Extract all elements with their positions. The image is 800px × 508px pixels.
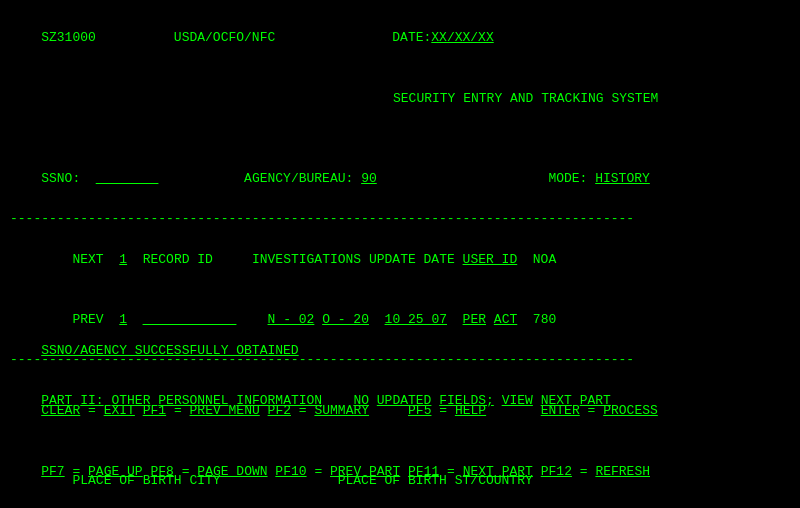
ssno-label: SSNO: (41, 171, 80, 186)
footer-prev-part[interactable]: PREV PART (330, 464, 400, 479)
f1-sp12 (486, 403, 541, 418)
footer-process[interactable]: PROCESS (603, 403, 658, 418)
mode-label: MODE: (548, 171, 587, 186)
f1-sp5 (182, 403, 190, 418)
agency-sp (353, 171, 361, 186)
agency-value[interactable]: 90 (361, 171, 377, 186)
f1-sp3 (135, 403, 143, 418)
noa-label: NOA (533, 252, 556, 267)
footer-pf11[interactable]: PF11 (408, 464, 439, 479)
ssno-value[interactable]: ________ (96, 171, 158, 186)
nav-row1: NEXT 1 RECORD ID INVESTIGATIONS UPDATE D… (10, 230, 790, 290)
title-row: SECURITY ENTRY AND TRACKING SYSTEM (10, 68, 790, 128)
f2-sp8 (322, 464, 330, 479)
f2-sp13 (572, 464, 580, 479)
upd-sp (361, 252, 369, 267)
footer-refresh[interactable]: REFRESH (595, 464, 650, 479)
status-row: SSNO/AGENCY SUCCESSFULLY OBTAINED (10, 321, 790, 381)
header-title1: USDA/OCFO/NFC (174, 30, 275, 45)
f1-sp14 (595, 403, 603, 418)
bottom-section: SSNO/AGENCY SUCCESSFULLY OBTAINED CLEAR … (10, 321, 790, 502)
f1-sp2 (96, 403, 104, 418)
footer-next-part[interactable]: NEXT PART (463, 464, 533, 479)
mode-spacer (377, 171, 549, 186)
next-label (41, 252, 72, 267)
uid-sp (455, 252, 463, 267)
f1-eq4: = (439, 403, 447, 418)
next-sep (104, 252, 120, 267)
noa-sp (517, 252, 533, 267)
footer-prev-menu[interactable]: PREV MENU (190, 403, 260, 418)
footer-pf5[interactable]: PF5 (408, 403, 431, 418)
f2-sp2 (80, 464, 88, 479)
footer-pf1[interactable]: PF1 (143, 403, 166, 418)
ssno-row: SSNO: ________ AGENCY/BUREAU: 90 MODE: H… (10, 149, 790, 209)
footer-pf10[interactable]: PF10 (275, 464, 306, 479)
header-date-spacer (275, 30, 392, 45)
footer-clear[interactable]: CLEAR (41, 403, 80, 418)
ssno-spacer (80, 171, 96, 186)
f1-sp7 (291, 403, 299, 418)
rec-sp (127, 252, 143, 267)
blank1 (10, 129, 790, 149)
footer-exit[interactable]: EXIT (104, 403, 135, 418)
f1-sp11 (447, 403, 455, 418)
next-label-text: NEXT (72, 252, 103, 267)
record-id-label: RECORD ID (143, 252, 213, 267)
title2: SECURITY ENTRY AND TRACKING SYSTEM (393, 91, 658, 106)
f1-sp1 (80, 403, 88, 418)
f1-sp4 (166, 403, 174, 418)
date-label: DATE: (392, 30, 431, 45)
footer-enter[interactable]: ENTER (541, 403, 580, 418)
investigations-label: INVESTIGATIONS (252, 252, 361, 267)
footer-page-down[interactable]: PAGE DOWN (197, 464, 267, 479)
f1-sp6 (260, 403, 268, 418)
footer-pf7[interactable]: PF7 (41, 464, 64, 479)
f1-sp9 (369, 403, 408, 418)
date-value: XX/XX/XX (431, 30, 493, 45)
f1-eq3: = (299, 403, 307, 418)
f2-eq4: = (447, 464, 455, 479)
footer-row1: CLEAR = EXIT PF1 = PREV MENU PF2 = SUMMA… (10, 381, 790, 441)
f2-sp11 (455, 464, 463, 479)
header-title1-spacer (96, 30, 174, 45)
status-message: SSNO/AGENCY SUCCESSFULLY OBTAINED (41, 343, 298, 358)
footer-page-up[interactable]: PAGE UP (88, 464, 143, 479)
f2-sp12 (533, 464, 541, 479)
update-date-label: UPDATE DATE (369, 252, 455, 267)
f2-sp9 (400, 464, 408, 479)
dash-row-1: ----------------------------------------… (10, 209, 790, 229)
footer-summary[interactable]: SUMMARY (314, 403, 369, 418)
f2-eq2: = (182, 464, 190, 479)
footer-pf8[interactable]: PF8 (150, 464, 173, 479)
system-id: SZ31000 (41, 30, 96, 45)
f2-sp4 (174, 464, 182, 479)
f1-eq2: = (174, 403, 182, 418)
agency-label: AGENCY/BUREAU: (244, 171, 353, 186)
header-row: SZ31000 USDA/OCFO/NFC DATE:XX/XX/XX (10, 8, 790, 68)
footer-pf2[interactable]: PF2 (268, 403, 291, 418)
f1-eq1: = (88, 403, 96, 418)
f2-sp10 (439, 464, 447, 479)
agency-spacer (158, 171, 244, 186)
footer-help[interactable]: HELP (455, 403, 486, 418)
footer-row2: PF7 = PAGE UP PF8 = PAGE DOWN PF10 = PRE… (10, 442, 790, 502)
user-id-label: USER ID (463, 252, 518, 267)
footer-pf12[interactable]: PF12 (541, 464, 572, 479)
next-val[interactable]: 1 (119, 252, 127, 267)
inv-sp (213, 252, 252, 267)
f1-sp13 (580, 403, 588, 418)
f2-eq5: = (580, 464, 588, 479)
mode-value: HISTORY (595, 171, 650, 186)
